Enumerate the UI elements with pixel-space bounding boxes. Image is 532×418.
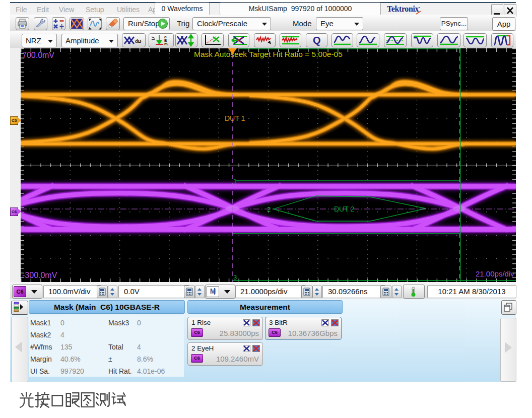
svg-text:3: 3 [233, 273, 237, 281]
svg-text:1: 1 [233, 177, 237, 185]
svg-text:21.00ps/div: 21.00ps/div [476, 269, 514, 278]
svg-text:Q: Q [313, 35, 321, 46]
svg-text:DUT 1: DUT 1 [225, 114, 245, 122]
svg-text:m: m [164, 42, 168, 46]
svg-text:-300.0mV: -300.0mV [22, 271, 57, 280]
svg-text:700.0mV: 700.0mV [22, 51, 54, 59]
svg-text:DUT 2: DUT 2 [334, 205, 354, 213]
svg-text:2: 2 [267, 205, 271, 213]
svg-text:Mask Autoseek Target Hit Ratio: Mask Autoseek Target Hit Ratio = 5.00e-0… [194, 50, 343, 58]
svg-text:dB: dB [135, 38, 142, 44]
